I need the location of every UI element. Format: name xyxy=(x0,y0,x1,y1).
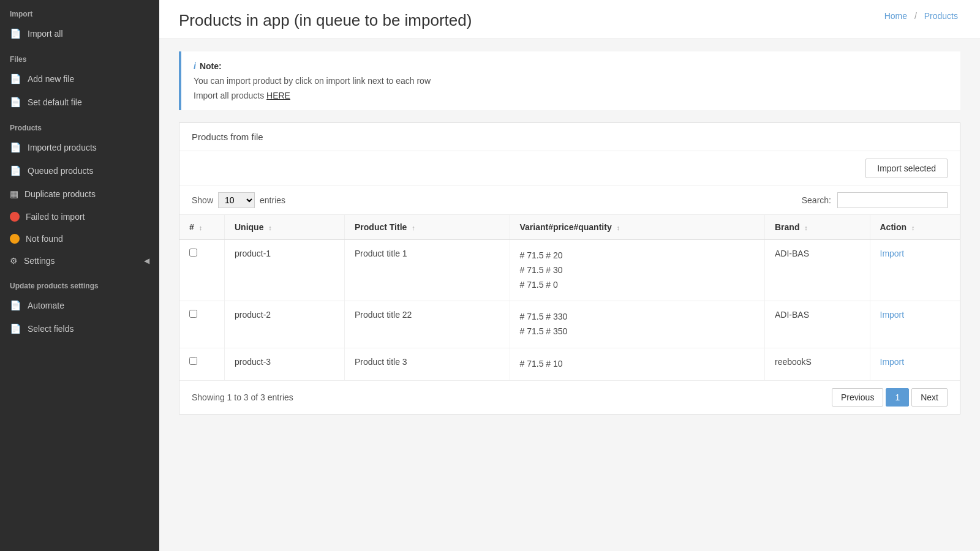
note-link-prefix: Import all products xyxy=(194,91,266,100)
sidebar-item-not-found[interactable]: Not found xyxy=(0,228,159,250)
pagination: Previous 1 Next xyxy=(832,388,948,407)
table-controls: Show 10 25 50 100 entries Search: xyxy=(179,186,960,215)
show-label: Show xyxy=(192,195,213,205)
import-link[interactable]: Import xyxy=(880,310,905,320)
page-1-button[interactable]: 1 xyxy=(886,388,909,407)
col-header-brand: Brand ↕ xyxy=(765,215,870,240)
cell-variant: # 71.5 # 330# 71.5 # 350 xyxy=(510,301,765,348)
col-header-title: Product Title ↑ xyxy=(345,215,510,240)
note-title: i Note: xyxy=(194,61,948,71)
gear-icon: ⚙ xyxy=(10,256,18,266)
cell-variant: # 71.5 # 10 xyxy=(510,348,765,380)
failed-circle-icon xyxy=(10,212,20,222)
variant-line: # 71.5 # 0 xyxy=(520,278,755,293)
search-input[interactable] xyxy=(837,192,948,208)
sidebar-item-set-default-file[interactable]: 📄 Set default file xyxy=(0,91,159,114)
cell-hash xyxy=(179,348,225,380)
row-checkbox[interactable] xyxy=(189,249,197,257)
search-box: Search: xyxy=(802,192,948,208)
sidebar-item-automate[interactable]: 📄 Automate xyxy=(0,294,159,317)
sidebar-item-label: Failed to import xyxy=(26,212,85,222)
page-header: Products in app (in queue to be imported… xyxy=(159,0,980,39)
sidebar-item-add-new-file[interactable]: 📄 Add new file xyxy=(0,67,159,91)
sort-icon-title: ↑ xyxy=(412,224,415,231)
cell-action: Import xyxy=(870,240,960,301)
entries-select[interactable]: 10 25 50 100 xyxy=(218,192,255,208)
cell-title: Product title 1 xyxy=(345,240,510,301)
import-selected-button[interactable]: Import selected xyxy=(865,159,948,178)
table-header-row: # ↕ Unique ↕ Product Title ↑ Variant#pri… xyxy=(179,215,960,240)
row-checkbox[interactable] xyxy=(189,310,197,318)
sidebar-item-import-all[interactable]: 📄 Import all xyxy=(0,22,159,45)
table-row: product-3Product title 3# 71.5 # 10reebo… xyxy=(179,348,960,380)
table-section: Products from file Import selected Show … xyxy=(179,122,960,414)
sidebar-item-imported-products[interactable]: 📄 Imported products xyxy=(0,136,159,159)
note-link-container: Import all products HERE xyxy=(194,91,948,100)
show-entries-control: Show 10 25 50 100 entries xyxy=(192,192,285,208)
note-title-text: Note: xyxy=(200,61,222,71)
main-content: Products in app (in queue to be imported… xyxy=(159,0,980,551)
col-header-hash: # ↕ xyxy=(179,215,225,240)
previous-button[interactable]: Previous xyxy=(832,388,883,407)
breadcrumb-home[interactable]: Home xyxy=(884,11,907,21)
not-found-circle-icon xyxy=(10,234,20,244)
next-button[interactable]: Next xyxy=(911,388,948,407)
cell-brand: ADI-BAS xyxy=(765,240,870,301)
file-icon: 📄 xyxy=(10,28,21,39)
sidebar-item-label: Add new file xyxy=(28,74,74,84)
info-icon: i xyxy=(194,61,196,71)
file-icon-default: 📄 xyxy=(10,97,21,108)
sidebar-item-label: Select fields xyxy=(28,324,74,334)
page-title: Products in app (in queue to be imported… xyxy=(179,11,472,30)
sidebar-item-label: Queued products xyxy=(28,166,93,176)
sidebar-item-duplicate-products[interactable]: ▦ Duplicate products xyxy=(0,182,159,206)
table-row: product-2Product title 22# 71.5 # 330# 7… xyxy=(179,301,960,348)
cell-brand: ADI-BAS xyxy=(765,301,870,348)
breadcrumb-current: Products xyxy=(924,11,958,21)
breadcrumb-separator: / xyxy=(914,11,917,21)
sort-icon-unique: ↕ xyxy=(268,224,272,231)
file-icon-imported: 📄 xyxy=(10,142,21,153)
sidebar: Import 📄 Import all Files 📄 Add new file… xyxy=(0,0,159,551)
sidebar-item-label: Import all xyxy=(28,29,63,39)
sidebar-item-queued-products[interactable]: 📄 Queued products xyxy=(0,159,159,182)
table-toolbar: Import selected xyxy=(179,151,960,186)
cell-unique: product-3 xyxy=(225,348,345,380)
section-title: Products from file xyxy=(192,132,263,142)
sidebar-item-label: Not found xyxy=(26,234,63,244)
variant-line: # 71.5 # 330 xyxy=(520,310,755,324)
sidebar-section-update: Update products settings xyxy=(0,272,159,294)
file-icon-automate: 📄 xyxy=(10,300,21,311)
variant-line: # 71.5 # 20 xyxy=(520,249,755,263)
sidebar-item-label: Imported products xyxy=(28,143,97,152)
file-icon-add: 📄 xyxy=(10,73,21,84)
showing-text: Showing 1 to 3 of 3 entries xyxy=(192,392,293,402)
sidebar-item-select-fields[interactable]: 📄 Select fields xyxy=(0,317,159,340)
search-label: Search: xyxy=(802,195,831,205)
sidebar-section-import: Import xyxy=(0,0,159,22)
sidebar-section-files: Files xyxy=(0,45,159,67)
sidebar-section-products: Products xyxy=(0,114,159,136)
row-checkbox[interactable] xyxy=(189,357,197,365)
note-box: i Note: You can import product by click … xyxy=(179,51,960,110)
cell-unique: product-2 xyxy=(225,301,345,348)
variant-line: # 71.5 # 350 xyxy=(520,324,755,339)
col-header-unique: Unique ↕ xyxy=(225,215,345,240)
cell-action: Import xyxy=(870,348,960,380)
sort-icon-variant: ↕ xyxy=(617,224,620,231)
variant-line: # 71.5 # 10 xyxy=(520,357,755,372)
col-header-variant: Variant#price#quantity ↕ xyxy=(510,215,765,240)
file-icon-select: 📄 xyxy=(10,323,21,334)
sidebar-item-label: Set default file xyxy=(28,97,82,107)
cell-title: Product title 3 xyxy=(345,348,510,380)
table-row: product-1Product title 1# 71.5 # 20# 71.… xyxy=(179,240,960,301)
import-link[interactable]: Import xyxy=(880,249,905,258)
products-table: # ↕ Unique ↕ Product Title ↑ Variant#pri… xyxy=(179,215,960,380)
import-link[interactable]: Import xyxy=(880,357,905,367)
sidebar-item-failed-to-import[interactable]: Failed to import xyxy=(0,206,159,228)
import-all-link[interactable]: HERE xyxy=(266,91,290,100)
cell-unique: product-1 xyxy=(225,240,345,301)
sidebar-item-settings[interactable]: ⚙ Settings ◀ xyxy=(0,250,159,272)
file-icon-queued: 📄 xyxy=(10,165,21,176)
col-header-action: Action ↕ xyxy=(870,215,960,240)
